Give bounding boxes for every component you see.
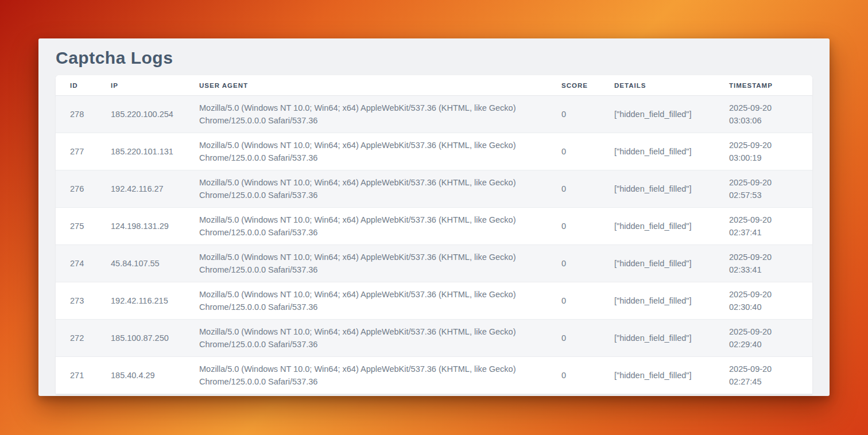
cell-id: 277 xyxy=(56,133,111,170)
cell-user-agent: Mozilla/5.0 (Windows NT 10.0; Win64; x64… xyxy=(199,320,561,357)
cell-score: 0 xyxy=(561,320,614,357)
cell-id: 273 xyxy=(56,282,111,320)
cell-score: 0 xyxy=(561,170,614,208)
cell-timestamp: 2025-09-20 02:33:41 xyxy=(729,245,812,282)
cell-timestamp: 2025-09-20 03:00:19 xyxy=(729,133,812,170)
cell-user-agent: Mozilla/5.0 (Windows NT 10.0; Win64; x64… xyxy=(199,357,561,394)
cell-timestamp: 2025-09-20 03:03:06 xyxy=(729,96,812,133)
cell-user-agent: Mozilla/5.0 (Windows NT 10.0; Win64; x64… xyxy=(199,133,561,170)
table-row: 274 45.84.107.55 Mozilla/5.0 (Windows NT… xyxy=(56,245,812,282)
cell-timestamp: 2025-09-20 02:29:40 xyxy=(729,320,812,357)
cell-score: 0 xyxy=(561,208,614,245)
cell-user-agent: Mozilla/5.0 (Windows NT 10.0; Win64; x64… xyxy=(199,208,561,245)
table-body: 278 185.220.100.254 Mozilla/5.0 (Windows… xyxy=(56,96,812,394)
header-row: IDIPUSER AGENTSCOREDETAILSTIMESTAMP xyxy=(56,75,812,96)
table-row: 271 185.40.4.29 Mozilla/5.0 (Windows NT … xyxy=(56,357,812,394)
column-header-details: DETAILS xyxy=(614,75,729,96)
cell-details: ["hidden_field_filled"] xyxy=(614,357,729,394)
cell-details: ["hidden_field_filled"] xyxy=(614,170,729,208)
cell-id: 278 xyxy=(56,96,111,133)
cell-ip: 192.42.116.215 xyxy=(111,282,199,320)
column-header-user_agent: USER AGENT xyxy=(199,75,561,96)
cell-ip: 192.42.116.27 xyxy=(111,170,199,208)
cell-timestamp: 2025-09-20 02:37:41 xyxy=(729,208,812,245)
cell-score: 0 xyxy=(561,357,614,394)
cell-details: ["hidden_field_filled"] xyxy=(614,245,729,282)
cell-details: ["hidden_field_filled"] xyxy=(614,320,729,357)
cell-id: 271 xyxy=(56,357,111,394)
cell-ip: 185.220.100.254 xyxy=(111,96,199,133)
table-row: 276 192.42.116.27 Mozilla/5.0 (Windows N… xyxy=(56,170,812,208)
cell-timestamp: 2025-09-20 02:30:40 xyxy=(729,282,812,320)
cell-ip: 124.198.131.29 xyxy=(111,208,199,245)
cell-details: ["hidden_field_filled"] xyxy=(614,133,729,170)
cell-score: 0 xyxy=(561,96,614,133)
cell-user-agent: Mozilla/5.0 (Windows NT 10.0; Win64; x64… xyxy=(199,96,561,133)
cell-score: 0 xyxy=(561,133,614,170)
captcha-logs-table-container: IDIPUSER AGENTSCOREDETAILSTIMESTAMP 278 … xyxy=(56,75,812,394)
cell-details: ["hidden_field_filled"] xyxy=(614,96,729,133)
column-header-ip: IP xyxy=(111,75,199,96)
column-header-id: ID xyxy=(56,75,111,96)
cell-ip: 45.84.107.55 xyxy=(111,245,199,282)
cell-score: 0 xyxy=(561,245,614,282)
column-header-timestamp: TIMESTAMP xyxy=(729,75,812,96)
cell-details: ["hidden_field_filled"] xyxy=(614,282,729,320)
cell-user-agent: Mozilla/5.0 (Windows NT 10.0; Win64; x64… xyxy=(199,282,561,320)
table-row: 272 185.100.87.250 Mozilla/5.0 (Windows … xyxy=(56,320,812,357)
column-header-score: SCORE xyxy=(561,75,614,96)
cell-ip: 185.40.4.29 xyxy=(111,357,199,394)
table-row: 278 185.220.100.254 Mozilla/5.0 (Windows… xyxy=(56,96,812,133)
table-row: 273 192.42.116.215 Mozilla/5.0 (Windows … xyxy=(56,282,812,320)
table-header: IDIPUSER AGENTSCOREDETAILSTIMESTAMP xyxy=(56,75,812,96)
cell-score: 0 xyxy=(561,282,614,320)
cell-user-agent: Mozilla/5.0 (Windows NT 10.0; Win64; x64… xyxy=(199,245,561,282)
cell-id: 276 xyxy=(56,170,111,208)
cell-timestamp: 2025-09-20 02:57:53 xyxy=(729,170,812,208)
page-title: Captcha Logs xyxy=(56,46,812,69)
cell-user-agent: Mozilla/5.0 (Windows NT 10.0; Win64; x64… xyxy=(199,170,561,208)
cell-id: 275 xyxy=(56,208,111,245)
cell-ip: 185.220.101.131 xyxy=(111,133,199,170)
cell-details: ["hidden_field_filled"] xyxy=(614,208,729,245)
page-background: { "page": { "title": "Captcha Logs" }, "… xyxy=(0,0,868,435)
captcha-logs-card: Captcha Logs IDIPUSER AGENTSCOREDETAILST… xyxy=(38,38,830,396)
cell-id: 274 xyxy=(56,245,111,282)
table-row: 277 185.220.101.131 Mozilla/5.0 (Windows… xyxy=(56,133,812,170)
cell-timestamp: 2025-09-20 02:27:45 xyxy=(729,357,812,394)
cell-id: 272 xyxy=(56,320,111,357)
captcha-logs-table: IDIPUSER AGENTSCOREDETAILSTIMESTAMP 278 … xyxy=(56,75,812,394)
table-row: 275 124.198.131.29 Mozilla/5.0 (Windows … xyxy=(56,208,812,245)
cell-ip: 185.100.87.250 xyxy=(111,320,199,357)
